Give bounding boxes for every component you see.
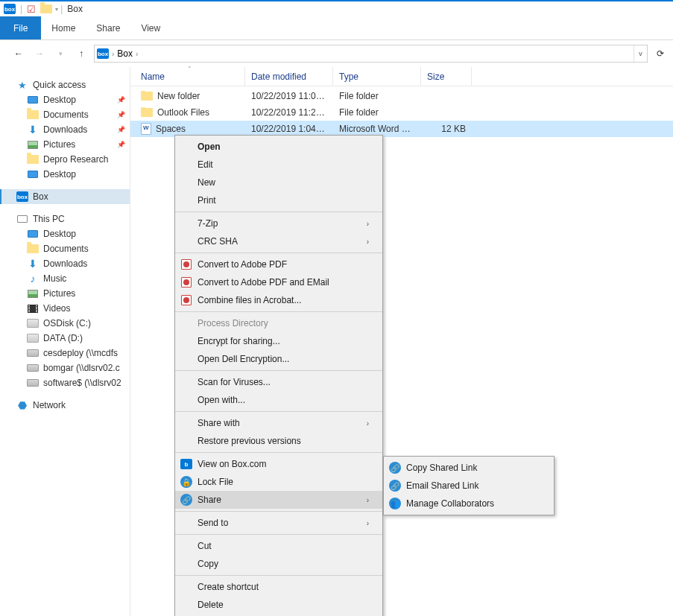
submenu-arrow-icon: › [367, 220, 369, 228]
tab-view[interactable]: View [130, 16, 171, 39]
submenu-manage-collaborators[interactable]: 👥Manage Collaborators [384, 495, 554, 512]
nav-item-box[interactable]: boxBox [0, 189, 130, 204]
menu-lock-file[interactable]: 🔒Lock File [175, 473, 382, 491]
qat-dropdown-icon[interactable]: ▾ [55, 6, 58, 13]
qat-check-icon[interactable]: ☑ [25, 2, 38, 16]
network-drive-icon [27, 364, 39, 372]
menu-encrypt[interactable]: Encrypt for sharing... [175, 332, 382, 350]
link-icon: 🔗 [389, 462, 401, 474]
star-icon: ★ [16, 80, 28, 90]
nav-item-desktop[interactable]: Desktop📌 [0, 92, 130, 107]
submenu-arrow-icon: › [367, 496, 369, 504]
nav-item-pc-music[interactable]: ♪Music [0, 271, 130, 286]
refresh-button[interactable]: ⟳ [652, 45, 669, 62]
menu-convert-pdf-email[interactable]: Convert to Adobe PDF and EMail [175, 273, 382, 291]
menu-7zip[interactable]: 7-Zip› [175, 215, 382, 232]
menu-crc-sha[interactable]: CRC SHA› [175, 232, 382, 250]
desktop-icon [28, 96, 38, 104]
nav-this-pc[interactable]: This PC [0, 212, 130, 226]
pin-icon: 📌 [117, 111, 125, 118]
menu-share[interactable]: 🔗Share› [175, 491, 382, 509]
disk-icon [27, 319, 39, 328]
nav-item-desktop2[interactable]: Desktop [0, 167, 130, 182]
nav-back-button[interactable]: ← [10, 45, 27, 62]
nav-item-pc-downloads[interactable]: ⬇Downloads [0, 256, 130, 271]
menu-open[interactable]: Open [175, 138, 382, 156]
folder-icon [141, 92, 153, 101]
ribbon: File Home Share View [0, 16, 673, 40]
network-drive-icon [27, 379, 39, 387]
tab-file[interactable]: File [0, 16, 41, 39]
menu-print[interactable]: Print [175, 191, 382, 209]
chevron-right-icon: › [112, 50, 114, 58]
nav-item-bomgar[interactable]: bomgar (\\dlsrv02.c [0, 361, 130, 375]
menu-restore-versions[interactable]: Restore previous versions [175, 432, 382, 450]
menu-view-box[interactable]: bView on Box.com [175, 455, 382, 473]
folder-icon [141, 108, 153, 117]
menu-delete[interactable]: Delete [175, 596, 382, 614]
breadcrumb-dropdown[interactable]: v [633, 45, 647, 62]
breadcrumb-location[interactable]: Box [117, 48, 133, 59]
nav-item-pc-pictures[interactable]: Pictures [0, 286, 130, 301]
menu-create-shortcut[interactable]: Create shortcut [175, 578, 382, 596]
menu-copy[interactable]: Copy [175, 555, 382, 573]
menu-scan-viruses[interactable]: Scan for Viruses... [175, 373, 382, 391]
nav-item-pc-videos[interactable]: Videos [0, 301, 130, 316]
menu-dell-encryption[interactable]: Open Dell Encryption... [175, 350, 382, 368]
disk-icon [27, 334, 39, 343]
network-drive-icon [27, 349, 39, 357]
network-icon: ⬣ [16, 400, 28, 410]
nav-item-pictures[interactable]: Pictures📌 [0, 137, 130, 152]
nav-item-depro[interactable]: Depro Research [0, 152, 130, 167]
music-icon: ♪ [27, 273, 39, 284]
nav-item-documents[interactable]: Documents📌 [0, 107, 130, 122]
nav-recent-dropdown[interactable]: ▾ [52, 45, 69, 62]
tab-share[interactable]: Share [86, 16, 130, 39]
nav-forward-button: → [31, 45, 48, 62]
menu-open-with[interactable]: Open with... [175, 391, 382, 409]
qat-folder-icon[interactable] [40, 2, 53, 16]
pictures-icon [28, 290, 38, 298]
column-type[interactable]: Type [333, 67, 421, 86]
folder-icon [27, 155, 39, 164]
tab-home[interactable]: Home [41, 16, 86, 39]
menu-edit[interactable]: Edit [175, 156, 382, 174]
nav-item-osdisk[interactable]: OSDisk (C:) [0, 316, 130, 331]
submenu-copy-shared-link[interactable]: 🔗Copy Shared Link [384, 459, 554, 477]
menu-process-directory: Process Directory [175, 314, 382, 332]
column-name[interactable]: Name˄ [135, 67, 245, 86]
column-date[interactable]: Date modified [245, 67, 333, 86]
submenu-email-shared-link[interactable]: 🔗Email Shared Link [384, 477, 554, 495]
breadcrumb-icon: box [97, 48, 109, 59]
file-row[interactable]: Outlook Files 10/22/2019 11:20 ... File … [130, 104, 673, 121]
submenu-arrow-icon: › [367, 519, 369, 527]
pdf-icon [181, 277, 192, 288]
nav-item-downloads[interactable]: ⬇Downloads📌 [0, 122, 130, 137]
nav-item-data-d[interactable]: DATA (D:) [0, 331, 130, 346]
file-row[interactable]: New folder 10/22/2019 11:00 ... File fol… [130, 88, 673, 104]
column-headers: Name˄ Date modified Type Size [130, 67, 673, 86]
submenu-arrow-icon: › [367, 419, 369, 428]
nav-up-button[interactable]: ↑ [73, 45, 89, 62]
menu-combine-acrobat[interactable]: Combine files in Acrobat... [175, 291, 382, 309]
address-bar: ← → ▾ ↑ box › Box › v ⟳ [0, 40, 673, 67]
nav-item-pc-desktop[interactable]: Desktop [0, 226, 130, 241]
nav-item-software[interactable]: software$ (\\dlsrv02 [0, 375, 130, 390]
chevron-right-icon: › [136, 50, 138, 58]
column-size[interactable]: Size [421, 67, 472, 86]
menu-send-to[interactable]: Send to› [175, 514, 382, 532]
context-menu: Open Edit New Print 7-Zip› CRC SHA› Conv… [174, 135, 383, 616]
nav-item-pc-documents[interactable]: Documents [0, 241, 130, 256]
menu-new[interactable]: New [175, 174, 382, 191]
menu-convert-pdf[interactable]: Convert to Adobe PDF [175, 255, 382, 273]
nav-network[interactable]: ⬣Network [0, 398, 130, 413]
nav-quick-access[interactable]: ★ Quick access [0, 77, 130, 92]
pdf-icon [181, 295, 192, 305]
folder-icon [27, 110, 39, 119]
share-submenu: 🔗Copy Shared Link 🔗Email Shared Link 👥Ma… [383, 456, 554, 515]
menu-share-with[interactable]: Share with› [175, 414, 382, 432]
breadcrumb[interactable]: box › Box › v [94, 45, 648, 63]
pin-icon: 📌 [117, 126, 125, 133]
menu-cut[interactable]: Cut [175, 537, 382, 555]
nav-item-cesdeploy[interactable]: cesdeploy (\\mcdfs [0, 346, 130, 361]
